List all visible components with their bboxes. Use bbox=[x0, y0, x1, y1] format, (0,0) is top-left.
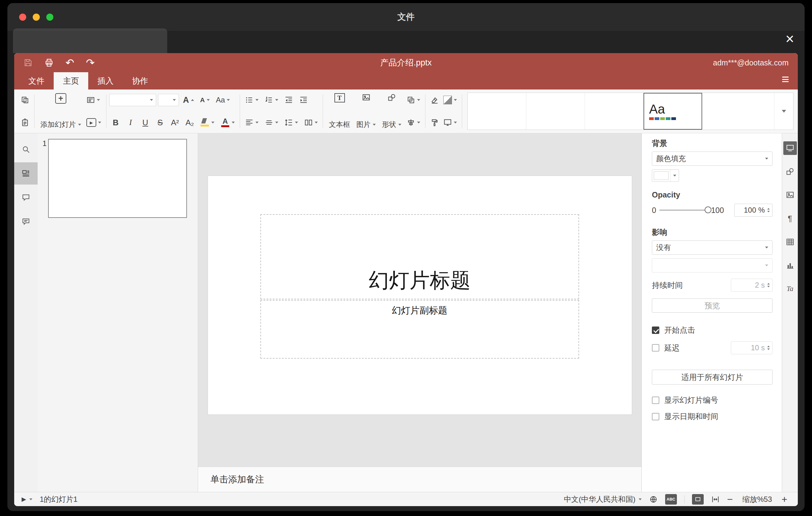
theme-tile[interactable] bbox=[468, 93, 526, 130]
opacity-value-input[interactable]: 100 % bbox=[734, 204, 773, 217]
fit-width-button[interactable] bbox=[711, 495, 720, 504]
line-spacing-button[interactable] bbox=[282, 115, 300, 130]
theme-tile-selected[interactable]: Aa bbox=[643, 93, 702, 130]
start-slideshow-status-button[interactable]: ▶ bbox=[22, 496, 32, 503]
decrease-font-size-button[interactable]: A bbox=[198, 93, 212, 107]
chat-button[interactable] bbox=[19, 215, 33, 228]
undo-button[interactable]: ↶ bbox=[65, 57, 74, 68]
spellcheck-button[interactable]: ABC bbox=[665, 494, 677, 505]
language-select[interactable]: 中文(中华人民共和国) bbox=[564, 494, 642, 504]
copy-button[interactable] bbox=[19, 93, 31, 107]
show-slide-number-checkbox[interactable] bbox=[652, 397, 659, 404]
start-slideshow-button[interactable]: ▶ bbox=[84, 115, 103, 130]
spinner[interactable] bbox=[767, 283, 770, 287]
slide-thumbnail[interactable] bbox=[48, 139, 187, 218]
arrange-button[interactable] bbox=[404, 93, 422, 107]
tab-home[interactable]: 主页 bbox=[54, 72, 88, 89]
show-date-checkbox[interactable] bbox=[652, 413, 659, 420]
window-close-traffic-button[interactable] bbox=[19, 13, 26, 21]
text-art-settings-button[interactable]: Ta bbox=[783, 282, 797, 296]
insert-shape-button[interactable]: 形状 bbox=[379, 92, 404, 131]
effect-select[interactable]: 没有 bbox=[652, 240, 773, 255]
comments-button[interactable] bbox=[19, 191, 33, 204]
insert-image-button[interactable]: 图片 bbox=[353, 92, 379, 131]
decrease-indent-button[interactable] bbox=[282, 93, 295, 107]
increase-font-size-button[interactable]: A bbox=[181, 93, 196, 107]
tab-file[interactable]: 文件 bbox=[19, 72, 54, 89]
theme-tile[interactable] bbox=[526, 93, 585, 130]
font-name-combobox[interactable] bbox=[109, 94, 156, 106]
horizontal-align-button[interactable] bbox=[243, 115, 261, 130]
tab-collaboration[interactable]: 协作 bbox=[123, 72, 157, 89]
superscript-button[interactable]: A² bbox=[169, 115, 181, 130]
shape-settings-button[interactable] bbox=[783, 165, 797, 178]
window-title: 文件 bbox=[7, 11, 805, 23]
fit-slide-button[interactable] bbox=[692, 494, 704, 505]
zoom-value: 缩放%53 bbox=[740, 494, 774, 504]
image-settings-button[interactable] bbox=[783, 188, 797, 202]
subscript-button[interactable]: A₂ bbox=[183, 115, 196, 130]
theme-tile[interactable] bbox=[585, 93, 643, 130]
tab-insert[interactable]: 插入 bbox=[88, 72, 123, 89]
document-language-button[interactable] bbox=[649, 495, 658, 504]
text-box-button[interactable]: T 文本框 bbox=[326, 92, 353, 131]
fill-type-select[interactable]: 颜色填充 bbox=[652, 151, 773, 166]
search-button[interactable] bbox=[19, 143, 33, 156]
paste-button[interactable] bbox=[19, 115, 31, 130]
underline-button[interactable]: U bbox=[139, 115, 152, 130]
window-minimize-traffic-button[interactable] bbox=[33, 13, 40, 21]
bullets-button[interactable] bbox=[243, 93, 261, 107]
paragraph-settings-button[interactable]: ¶ bbox=[783, 212, 797, 225]
slide-layout-button[interactable] bbox=[84, 93, 103, 107]
apply-all-button[interactable]: 适用于所有幻灯片 bbox=[652, 370, 773, 384]
close-icon[interactable]: × bbox=[785, 31, 794, 46]
font-size-combobox[interactable] bbox=[158, 94, 179, 106]
background-color-picker[interactable] bbox=[652, 169, 679, 182]
spinner[interactable] bbox=[767, 346, 770, 350]
columns-button[interactable] bbox=[302, 115, 320, 130]
slide[interactable]: 幻灯片标题 幻灯片副标题 bbox=[208, 176, 632, 414]
bold-button[interactable]: B bbox=[109, 115, 122, 130]
opacity-slider-knob[interactable] bbox=[705, 206, 712, 213]
italic-button[interactable]: I bbox=[124, 115, 137, 130]
slides-panel-button[interactable] bbox=[14, 162, 38, 184]
subtitle-placeholder[interactable]: 幻灯片副标题 bbox=[260, 300, 579, 359]
slide-size-button[interactable] bbox=[441, 115, 459, 130]
opacity-slider[interactable] bbox=[659, 209, 708, 211]
strikethrough-button[interactable]: S bbox=[154, 115, 167, 130]
print-button[interactable] bbox=[45, 58, 54, 67]
chevron-down-icon bbox=[98, 122, 101, 123]
zoom-out-button[interactable]: − bbox=[727, 494, 733, 504]
font-color-button[interactable]: A bbox=[219, 115, 237, 130]
preview-button[interactable]: 预览 bbox=[652, 298, 773, 313]
vertical-align-button[interactable] bbox=[263, 115, 281, 130]
slide-settings-button[interactable] bbox=[783, 141, 797, 155]
add-slide-button[interactable]: + 添加幻灯片 bbox=[37, 92, 84, 131]
duration-input[interactable]: 2 s bbox=[731, 279, 773, 292]
canvas-scroll[interactable]: 幻灯片标题 幻灯片副标题 bbox=[198, 133, 641, 467]
notes-area[interactable]: 单击添加备注 bbox=[198, 467, 641, 492]
clear-style-button[interactable] bbox=[428, 93, 441, 107]
table-settings-button[interactable] bbox=[783, 235, 797, 249]
fill-color-button[interactable] bbox=[441, 93, 459, 107]
delay-input[interactable]: 10 s bbox=[731, 341, 773, 354]
copy-style-button[interactable] bbox=[428, 115, 441, 130]
save-button[interactable] bbox=[24, 58, 33, 67]
theme-gallery-expand-button[interactable] bbox=[774, 93, 793, 130]
hamburger-menu-button[interactable]: ≡ bbox=[781, 73, 789, 86]
title-placeholder[interactable]: 幻灯片标题 bbox=[260, 214, 579, 299]
start-on-click-checkbox[interactable] bbox=[652, 326, 659, 334]
spinner[interactable] bbox=[767, 208, 770, 212]
highlight-color-button[interactable] bbox=[198, 115, 216, 130]
numbering-button[interactable] bbox=[263, 93, 281, 107]
increase-indent-button[interactable] bbox=[297, 93, 310, 107]
chart-settings-button[interactable] bbox=[783, 259, 797, 272]
zoom-in-button[interactable]: + bbox=[781, 494, 787, 504]
delay-checkbox[interactable] bbox=[652, 344, 659, 351]
redo-button[interactable]: ↷ bbox=[86, 57, 95, 68]
table-settings-icon bbox=[786, 238, 794, 246]
align-shapes-button[interactable] bbox=[404, 115, 422, 130]
window-zoom-traffic-button[interactable] bbox=[46, 13, 53, 21]
effect-variant-select[interactable] bbox=[652, 258, 773, 273]
change-case-button[interactable]: Aa bbox=[214, 93, 232, 107]
